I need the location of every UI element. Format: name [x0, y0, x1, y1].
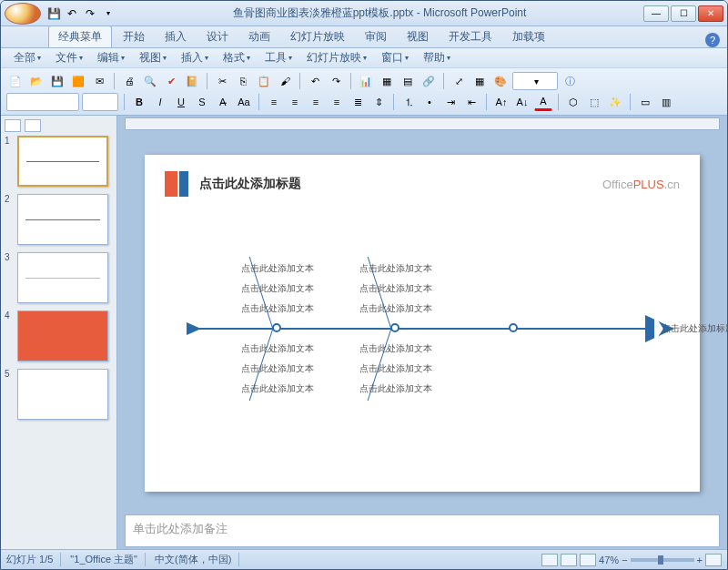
fontsize-dropdown[interactable] — [82, 93, 118, 111]
slideshow-view-button[interactable] — [580, 554, 596, 566]
save-icon[interactable]: 💾 — [48, 72, 66, 90]
office-button[interactable] — [5, 3, 41, 25]
shapes-icon[interactable]: ⬡ — [564, 93, 582, 111]
fishbone-diagram[interactable]: 点击此处添加文本点击此处添加文本点击此处添加文本 点击此处添加文本点击此处添加文… — [199, 328, 645, 330]
outline-tab[interactable] — [25, 119, 41, 132]
slide-title[interactable]: 点击此处添加标题 — [199, 176, 301, 192]
incfont-icon[interactable]: A↑ — [492, 93, 511, 111]
permission-icon[interactable]: 🟧 — [69, 72, 87, 90]
fishbone-labels[interactable]: 点击此处添加文本点击此处添加文本点击此处添加文本 — [359, 262, 432, 315]
grid-icon[interactable]: ▦ — [470, 72, 489, 90]
tab-addons[interactable]: 加载项 — [503, 26, 554, 47]
menu-format[interactable]: 格式▾ — [217, 48, 256, 67]
tab-view[interactable]: 视图 — [398, 26, 438, 47]
help-icon[interactable]: ⓘ — [561, 72, 579, 90]
justify-icon[interactable]: ≡ — [328, 93, 346, 111]
preview-icon[interactable]: 🔍 — [141, 72, 159, 90]
linespacing-icon[interactable]: ⇕ — [369, 93, 388, 111]
normal-view-button[interactable] — [541, 554, 558, 566]
zoom-out-button[interactable]: − — [622, 555, 627, 565]
open-icon[interactable]: 📂 — [27, 72, 46, 90]
undo-icon[interactable]: ↶ — [306, 72, 324, 90]
thumb-3[interactable]: 3 — [5, 252, 113, 303]
menu-slideshow[interactable]: 幻灯片放映▾ — [301, 48, 372, 67]
email-icon[interactable]: ✉ — [90, 72, 108, 90]
redo-icon[interactable]: ↷ — [327, 72, 345, 90]
fishbone-end-label[interactable]: 点击此处添加标题 — [662, 322, 727, 335]
tab-design[interactable]: 设计 — [197, 26, 238, 47]
tab-classic-menu[interactable]: 经典菜单 — [48, 25, 112, 47]
table-icon[interactable]: ▦ — [378, 72, 396, 90]
fit-window-button[interactable] — [705, 554, 722, 566]
menu-help[interactable]: 帮助▾ — [418, 48, 456, 67]
italic-icon[interactable]: I — [151, 93, 169, 111]
chart-icon[interactable]: 📊 — [357, 72, 375, 90]
align-left-icon[interactable]: ≡ — [265, 93, 283, 111]
arrange-icon[interactable]: ⬚ — [585, 93, 603, 111]
decfont-icon[interactable]: A↓ — [513, 93, 531, 111]
increase-indent-icon[interactable]: ⇥ — [441, 93, 460, 111]
menu-view[interactable]: 视图▾ — [134, 48, 172, 67]
font-dropdown[interactable] — [6, 93, 79, 111]
bullets-icon[interactable]: • — [420, 93, 439, 111]
tab-home[interactable]: 开始 — [114, 26, 154, 47]
undo-icon[interactable]: ↶ — [65, 6, 79, 21]
menu-window[interactable]: 窗口▾ — [376, 48, 414, 67]
fishbone-labels[interactable]: 点击此处添加文本点击此处添加文本点击此处添加文本 — [241, 262, 314, 315]
minimize-button[interactable]: — — [643, 5, 669, 22]
menu-tools[interactable]: 工具▾ — [259, 48, 298, 67]
align-right-icon[interactable]: ≡ — [307, 93, 325, 111]
status-zoom[interactable]: 47% — [599, 555, 619, 565]
strikethrough-icon[interactable]: A̶ — [214, 93, 232, 111]
menu-edit[interactable]: 编辑▾ — [92, 48, 130, 67]
thumb-5[interactable]: 5 — [5, 369, 113, 420]
help-icon[interactable]: ? — [705, 33, 720, 47]
save-icon[interactable]: 💾 — [46, 6, 61, 21]
bold-icon[interactable]: B — [130, 93, 148, 111]
redo-icon[interactable]: ↷ — [83, 6, 97, 21]
menu-insert[interactable]: 插入▾ — [176, 48, 214, 67]
tables-icon[interactable]: ▤ — [399, 72, 417, 90]
tab-insert[interactable]: 插入 — [156, 26, 196, 47]
spellcheck-icon[interactable]: ✔ — [162, 72, 180, 90]
format-painter-icon[interactable]: 🖌 — [276, 72, 294, 90]
paste-icon[interactable]: 📋 — [255, 72, 273, 90]
hyperlink-icon[interactable]: 🔗 — [420, 72, 438, 90]
tab-animation[interactable]: 动画 — [239, 26, 279, 47]
fishbone-labels[interactable]: 点击此处添加文本点击此处添加文本点击此处添加文本 — [241, 342, 314, 395]
fishbone-labels[interactable]: 点击此处添加文本点击此处添加文本点击此处添加文本 — [359, 342, 432, 395]
numbering-icon[interactable]: ⒈ — [399, 93, 418, 111]
distribute-icon[interactable]: ≣ — [349, 93, 367, 111]
maximize-button[interactable]: ☐ — [671, 5, 696, 22]
thumbnails-tab[interactable] — [5, 119, 21, 132]
cut-icon[interactable]: ✂ — [213, 72, 231, 90]
zoom-dropdown[interactable]: ▾ — [512, 72, 558, 90]
changecase-icon[interactable]: Aa — [235, 93, 253, 111]
decrease-indent-icon[interactable]: ⇤ — [462, 93, 480, 111]
underline-icon[interactable]: U — [172, 93, 190, 111]
thumb-2[interactable]: 2 — [5, 194, 113, 245]
fontcolor-icon[interactable]: A — [534, 93, 552, 111]
tab-review[interactable]: 审阅 — [356, 26, 396, 47]
expand-icon[interactable]: ⤢ — [450, 72, 468, 90]
notes-pane[interactable]: 单击此处添加备注 — [125, 514, 720, 547]
sorter-view-button[interactable] — [561, 554, 577, 566]
copy-icon[interactable]: ⎘ — [234, 72, 252, 90]
print-icon[interactable]: 🖨 — [120, 72, 138, 90]
tab-slideshow[interactable]: 幻灯片放映 — [281, 26, 354, 47]
slide-canvas[interactable]: 点击此处添加标题 OfficePLUS.cn — [145, 155, 700, 492]
qat-dropdown-icon[interactable]: ▾ — [101, 6, 116, 21]
new-icon[interactable]: 📄 — [6, 72, 25, 90]
layout-icon[interactable]: ▥ — [657, 93, 675, 111]
thumb-4[interactable]: 4 — [5, 310, 113, 361]
menu-all[interactable]: 全部▾ — [8, 48, 46, 67]
research-icon[interactable]: 📔 — [183, 72, 201, 90]
close-button[interactable]: ✕ — [698, 5, 723, 22]
tab-devtools[interactable]: 开发工具 — [440, 26, 501, 47]
status-language[interactable]: 中文(简体，中国) — [155, 553, 239, 566]
thumb-1[interactable]: 1 — [5, 136, 113, 187]
zoom-slider[interactable] — [631, 558, 694, 562]
zoom-in-button[interactable]: + — [697, 555, 703, 565]
shadow-icon[interactable]: S — [193, 93, 211, 111]
align-center-icon[interactable]: ≡ — [286, 93, 304, 111]
